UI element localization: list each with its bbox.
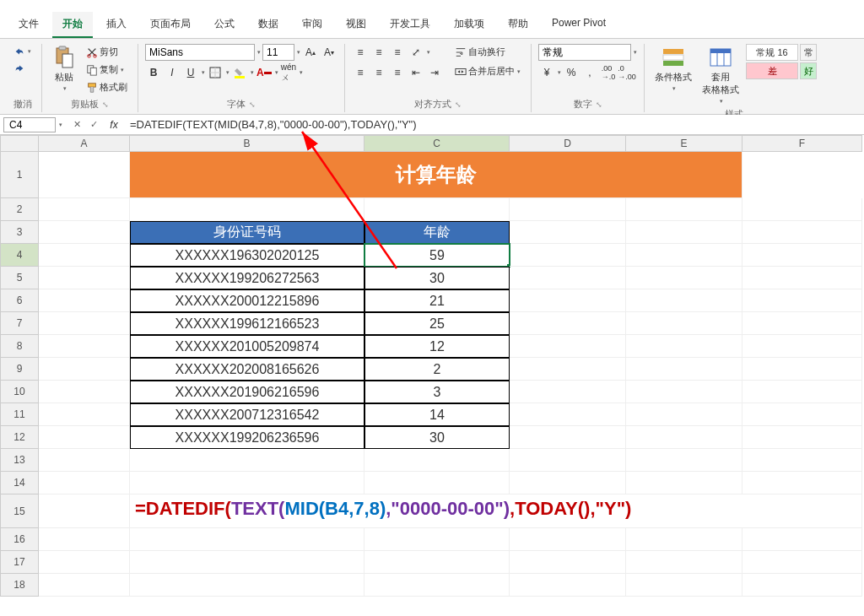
align-center-button[interactable]: ≡ xyxy=(370,64,387,81)
table-cell[interactable]: XXXXXX202008165626 xyxy=(130,358,364,381)
row-header-6[interactable]: 6 xyxy=(0,289,39,312)
font-size-input[interactable] xyxy=(262,44,294,61)
col-header-b[interactable]: B xyxy=(130,135,364,152)
tab-file[interactable]: 文件 xyxy=(8,12,49,38)
row-header-10[interactable]: 10 xyxy=(0,381,39,403)
table-cell[interactable]: 2 xyxy=(364,358,510,381)
format-painter-button[interactable]: 格式刷 xyxy=(83,79,131,95)
percent-button[interactable]: % xyxy=(563,64,580,81)
italic-button[interactable]: I xyxy=(164,64,181,81)
tab-layout[interactable]: 页面布局 xyxy=(140,12,201,38)
tab-view[interactable]: 视图 xyxy=(336,12,376,38)
tab-insert[interactable]: 插入 xyxy=(96,12,137,38)
formula-input[interactable]: =DATEDIF(TEXT(MID(B4,7,8),"0000-00-00"),… xyxy=(125,117,861,132)
col-header-d[interactable]: D xyxy=(510,135,626,152)
row-header-17[interactable]: 17 xyxy=(0,551,39,574)
indent-increase-button[interactable]: ⇥ xyxy=(426,64,443,81)
select-all-corner[interactable] xyxy=(0,135,39,152)
table-cell[interactable]: XXXXXX200712316542 xyxy=(130,403,364,426)
table-cell[interactable]: 3 xyxy=(364,381,510,403)
number-format-select[interactable] xyxy=(538,44,631,61)
title-cell[interactable]: 计算年龄 xyxy=(130,152,742,198)
copy-button[interactable]: 复制▾ xyxy=(83,62,131,78)
row-header-5[interactable]: 5 xyxy=(0,267,39,289)
orientation-button[interactable]: ⤢ xyxy=(408,44,424,61)
row-header-3[interactable]: 3 xyxy=(0,221,39,244)
tab-powerpivot[interactable]: Power Pivot xyxy=(542,12,616,38)
table-cell[interactable]: XXXXXX196302020125 xyxy=(130,244,364,267)
table-format-button[interactable]: 套用 表格格式▾ xyxy=(699,44,742,106)
align-left-button[interactable]: ≡ xyxy=(352,64,369,81)
enter-formula-icon[interactable]: ✓ xyxy=(86,117,101,132)
row-header-9[interactable]: 9 xyxy=(0,358,39,381)
redo-button[interactable] xyxy=(10,61,29,76)
table-cell[interactable]: XXXXXX199206272563 xyxy=(130,267,364,289)
col-header-c[interactable]: C xyxy=(364,135,510,152)
table-cell[interactable]: XXXXXX200012215896 xyxy=(130,289,364,312)
fx-icon[interactable]: fx xyxy=(106,117,122,132)
decrease-font-button[interactable]: A▾ xyxy=(321,44,338,61)
table-cell[interactable]: 21 xyxy=(364,289,510,312)
row-header-11[interactable]: 11 xyxy=(0,403,39,426)
table-cell[interactable]: XXXXXX201005209874 xyxy=(130,335,364,358)
tab-addin[interactable]: 加载项 xyxy=(444,12,494,38)
name-box[interactable] xyxy=(3,117,56,132)
underline-button[interactable]: U xyxy=(182,64,199,81)
border-button[interactable] xyxy=(207,64,224,81)
increase-font-button[interactable]: A▴ xyxy=(302,44,319,61)
row-header-1[interactable]: 1 xyxy=(0,152,39,198)
table-cell[interactable]: XXXXXX199612166523 xyxy=(130,312,364,335)
table-header-id[interactable]: 身份证号码 xyxy=(130,221,364,244)
cancel-formula-icon[interactable]: ✕ xyxy=(69,117,84,132)
row-header-2[interactable]: 2 xyxy=(0,198,39,221)
table-cell[interactable]: XXXXXX201906216596 xyxy=(130,381,364,403)
table-cell[interactable]: 25 xyxy=(364,312,510,335)
cell-style-good[interactable]: 好 xyxy=(800,62,817,79)
tab-review[interactable]: 审阅 xyxy=(292,12,332,38)
cell-style-extra[interactable]: 常 xyxy=(800,44,817,61)
currency-button[interactable]: ¥ xyxy=(538,64,555,81)
tab-formula[interactable]: 公式 xyxy=(204,12,245,38)
row-header-14[interactable]: 14 xyxy=(0,472,39,494)
col-header-a[interactable]: A xyxy=(39,135,130,152)
tab-home[interactable]: 开始 xyxy=(52,12,93,38)
row-header-7[interactable]: 7 xyxy=(0,312,39,335)
increase-decimal-button[interactable]: .00→.0 xyxy=(600,64,617,81)
merge-center-button[interactable]: 合并后居中▾ xyxy=(451,63,524,79)
table-cell[interactable]: 30 xyxy=(364,267,510,289)
row-header-15[interactable]: 15 xyxy=(0,494,39,528)
col-header-e[interactable]: E xyxy=(626,135,742,152)
align-bottom-button[interactable]: ≡ xyxy=(389,44,406,61)
row-header-18[interactable]: 18 xyxy=(0,574,39,597)
bold-button[interactable]: B xyxy=(145,64,162,81)
row-header-16[interactable]: 16 xyxy=(0,528,39,551)
tab-data[interactable]: 数据 xyxy=(248,12,289,38)
tab-dev[interactable]: 开发工具 xyxy=(380,12,440,38)
wrap-text-button[interactable]: 自动换行 xyxy=(451,44,524,60)
decrease-decimal-button[interactable]: .0→.00 xyxy=(618,64,635,81)
table-cell[interactable]: 14 xyxy=(364,403,510,426)
table-cell[interactable]: 12 xyxy=(364,335,510,358)
selected-cell[interactable]: 59 xyxy=(364,244,510,267)
table-header-age[interactable]: 年龄 xyxy=(364,221,510,244)
align-top-button[interactable]: ≡ xyxy=(352,44,369,61)
cell-style-normal[interactable]: 常规 16 xyxy=(746,44,798,61)
comma-button[interactable]: , xyxy=(581,64,598,81)
undo-button[interactable]: ▾ xyxy=(10,44,35,59)
conditional-format-button[interactable]: 条件格式▾ xyxy=(651,44,695,94)
font-name-input[interactable] xyxy=(145,44,255,61)
paste-button[interactable]: 粘贴▾ xyxy=(49,44,79,94)
indent-decrease-button[interactable]: ⇤ xyxy=(408,64,424,81)
font-color-button[interactable]: A xyxy=(256,64,273,81)
row-header-8[interactable]: 8 xyxy=(0,335,39,358)
table-cell[interactable]: 30 xyxy=(364,426,510,449)
col-header-f[interactable]: F xyxy=(742,135,862,152)
cell-style-bad[interactable]: 差 xyxy=(746,62,798,79)
phonetic-button[interactable]: wénㄨ xyxy=(280,64,297,81)
row-header-13[interactable]: 13 xyxy=(0,449,39,472)
cut-button[interactable]: 剪切 xyxy=(83,44,131,60)
align-right-button[interactable]: ≡ xyxy=(389,64,406,81)
table-cell[interactable]: XXXXXX199206236596 xyxy=(130,426,364,449)
row-header-4[interactable]: 4 xyxy=(0,244,39,267)
fill-color-button[interactable] xyxy=(231,64,248,81)
